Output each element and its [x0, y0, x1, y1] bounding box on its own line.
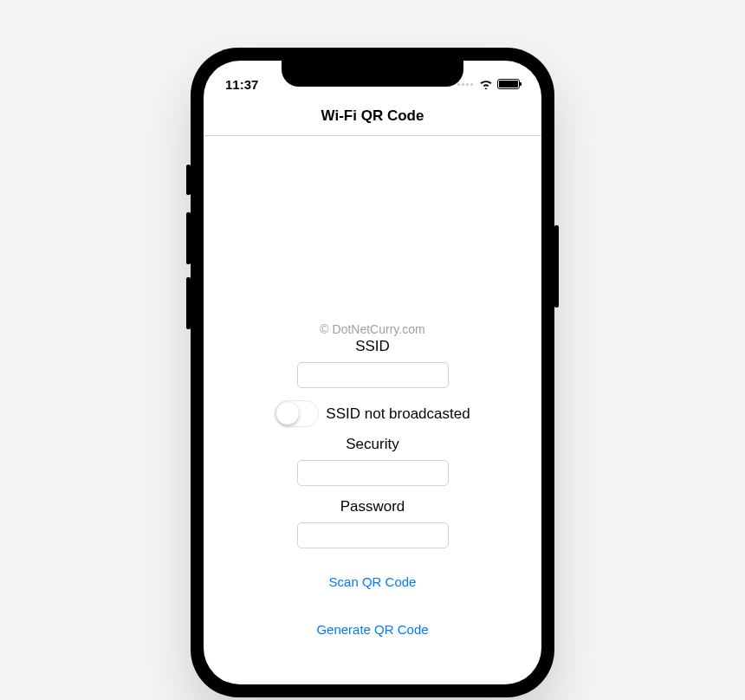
password-input[interactable] — [297, 522, 449, 548]
cell-dots-icon — [457, 83, 473, 86]
ssid-broadcast-toggle-row: SSID not broadcasted — [204, 400, 541, 427]
scan-qr-button[interactable]: Scan QR Code — [204, 567, 541, 596]
ssid-broadcast-toggle-label: SSID not broadcasted — [326, 405, 470, 423]
phone-notch — [282, 61, 463, 87]
power-button — [554, 225, 559, 308]
silence-switch — [186, 165, 191, 195]
volume-down-button — [186, 277, 191, 329]
watermark: © DotNetCurry.com — [204, 322, 541, 336]
password-label: Password — [204, 498, 541, 515]
content-area: © DotNetCurry.com SSID SSID not broadcas… — [204, 136, 541, 644]
battery-icon — [497, 79, 520, 89]
page-title: Wi-Fi QR Code — [321, 107, 424, 124]
phone-device-frame: 11:37 Wi-Fi QR Code © DotNetCurry.com SS… — [191, 48, 554, 697]
security-input[interactable] — [297, 460, 449, 486]
generate-qr-button[interactable]: Generate QR Code — [204, 615, 541, 644]
ssid-broadcast-toggle[interactable] — [275, 400, 319, 427]
wifi-icon — [479, 77, 493, 92]
nav-bar: Wi-Fi QR Code — [204, 99, 541, 136]
ssid-input[interactable] — [297, 362, 449, 388]
security-label: Security — [204, 436, 541, 453]
phone-screen: 11:37 Wi-Fi QR Code © DotNetCurry.com SS… — [204, 61, 541, 684]
status-time: 11:37 — [225, 77, 258, 92]
ssid-label: SSID — [204, 338, 541, 355]
status-right — [457, 77, 520, 92]
volume-up-button — [186, 212, 191, 264]
